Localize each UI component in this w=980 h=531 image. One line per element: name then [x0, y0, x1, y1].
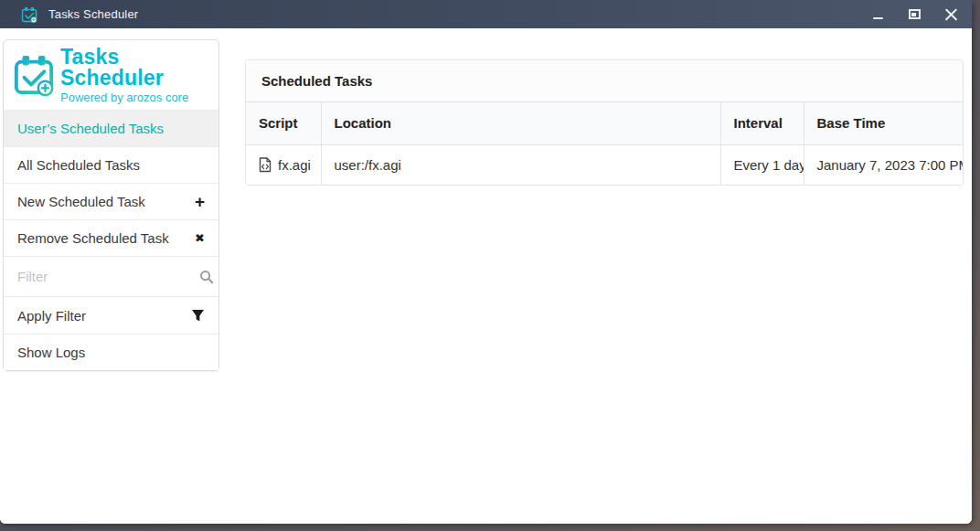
app-window: Tasks Scheduler Tasks Scheduler Powered …	[0, 0, 972, 524]
minimize-icon	[873, 17, 883, 19]
sidebar-menu: User’s Scheduled Tasks All Scheduled Tas…	[4, 110, 218, 370]
magnifier-icon	[199, 270, 214, 284]
column-header-interval: Interval	[720, 102, 804, 144]
table-row[interactable]: fx.agi user:/fx.agi Every 1 day January …	[246, 144, 964, 185]
column-header-base-time: Base Time	[804, 102, 964, 144]
sidebar-item-new-scheduled-task[interactable]: New Scheduled Task +	[4, 183, 218, 219]
scheduled-tasks-panel: Scheduled Tasks Script Location Interval…	[245, 59, 964, 186]
sidebar-item-label: Remove Scheduled Task	[17, 230, 169, 246]
maximize-icon	[909, 9, 921, 19]
window-body: Tasks Scheduler Powered by arozos core U…	[0, 28, 972, 524]
sidebar-item-label: All Scheduled Tasks	[17, 157, 140, 173]
filter-field-row	[4, 256, 218, 296]
sidebar: Tasks Scheduler Powered by arozos core U…	[3, 39, 219, 371]
app-logo-subtitle: Powered by arozos core	[60, 91, 209, 103]
file-code-icon	[259, 157, 272, 173]
sidebar-item-users-scheduled-tasks[interactable]: User’s Scheduled Tasks	[4, 110, 218, 146]
app-logo: Tasks Scheduler Powered by arozos core	[4, 40, 218, 110]
plus-icon: +	[195, 193, 205, 210]
task-location: user:/fx.agi	[321, 144, 720, 185]
sidebar-item-label: New Scheduled Task	[17, 194, 145, 209]
calendar-check-plus-icon	[13, 53, 55, 97]
tasks-table: Script Location Interval Base Time	[246, 102, 964, 185]
window-controls	[859, 0, 969, 28]
task-interval: Every 1 day	[720, 144, 804, 185]
maximize-button[interactable]	[896, 0, 932, 28]
desktop-background: Tasks Scheduler Tasks Scheduler Powered …	[0, 0, 980, 531]
filter-input[interactable]	[17, 269, 199, 284]
task-base-time: January 7, 2023 7:00 PM	[804, 144, 964, 185]
table-header-row: Script Location Interval Base Time	[246, 102, 964, 144]
sidebar-item-label: Apply Filter	[17, 308, 86, 324]
task-script-name: fx.agi	[278, 157, 311, 173]
sidebar-item-all-scheduled-tasks[interactable]: All Scheduled Tasks	[4, 146, 218, 183]
sidebar-item-show-logs[interactable]: Show Logs	[4, 334, 218, 370]
sidebar-item-remove-scheduled-task[interactable]: Remove Scheduled Task ✖	[4, 219, 218, 256]
close-button[interactable]	[932, 0, 969, 28]
funnel-icon	[191, 309, 205, 323]
panel-title: Scheduled Tasks	[246, 60, 963, 102]
app-logo-title: Tasks Scheduler	[60, 47, 209, 89]
cross-icon: ✖	[195, 231, 205, 245]
sidebar-item-label: User’s Scheduled Tasks	[17, 121, 164, 136]
sidebar-item-apply-filter[interactable]: Apply Filter	[4, 296, 218, 334]
minimize-button[interactable]	[859, 0, 896, 28]
window-title: Tasks Scheduler	[48, 7, 138, 21]
close-icon	[944, 7, 958, 21]
column-header-location: Location	[321, 102, 720, 144]
sidebar-item-label: Show Logs	[17, 345, 85, 360]
column-header-script: Script	[246, 102, 321, 144]
app-calendar-icon	[21, 6, 37, 23]
titlebar[interactable]: Tasks Scheduler	[0, 0, 972, 28]
